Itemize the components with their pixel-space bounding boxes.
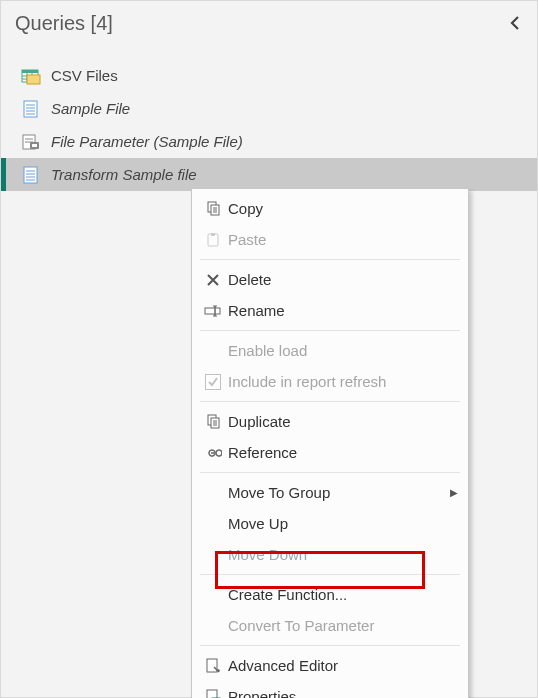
ctx-label: Enable load xyxy=(228,342,458,359)
selection-indicator xyxy=(1,158,6,191)
svg-rect-28 xyxy=(211,233,215,236)
svg-rect-17 xyxy=(24,167,37,183)
ctx-include-refresh: Include in report refresh xyxy=(192,366,468,397)
paste-icon xyxy=(198,232,228,248)
ctx-label: Properties... xyxy=(228,688,458,698)
sheet-icon xyxy=(21,166,41,184)
ctx-copy[interactable]: Copy xyxy=(192,193,468,224)
query-list: CSV Files Sample File xyxy=(1,59,537,191)
ctx-label: Move To Group xyxy=(228,484,448,501)
properties-icon xyxy=(198,689,228,699)
separator xyxy=(200,472,460,473)
ctx-paste: Paste xyxy=(192,224,468,255)
ctx-label: Copy xyxy=(228,200,458,217)
ctx-enable-load: Enable load xyxy=(192,335,468,366)
context-menu: Copy Paste Delete Rename Enable load xyxy=(191,188,469,698)
query-label: File Parameter (Sample File) xyxy=(51,133,243,150)
query-item-csv-files[interactable]: CSV Files xyxy=(1,59,537,92)
sheet-icon xyxy=(21,100,41,118)
svg-rect-6 xyxy=(27,75,40,84)
copy-icon xyxy=(198,201,228,217)
advanced-editor-icon xyxy=(198,658,228,674)
ctx-label: Paste xyxy=(228,231,458,248)
ctx-label: Create Function... xyxy=(228,586,458,603)
panel-header: Queries [4] xyxy=(1,1,537,45)
query-item-transform-sample[interactable]: Transform Sample file xyxy=(1,158,537,191)
ctx-advanced-editor[interactable]: Advanced Editor xyxy=(192,650,468,681)
query-label: Transform Sample file xyxy=(51,166,197,183)
svg-rect-39 xyxy=(207,659,217,672)
ctx-label: Reference xyxy=(228,444,458,461)
separator xyxy=(200,574,460,575)
ctx-move-up[interactable]: Move Up xyxy=(192,508,468,539)
query-label: Sample File xyxy=(51,100,130,117)
reference-icon xyxy=(198,446,228,460)
submenu-arrow-icon: ▶ xyxy=(448,487,458,498)
ctx-reference[interactable]: Reference xyxy=(192,437,468,468)
parameter-icon xyxy=(21,133,41,151)
ctx-label: Duplicate xyxy=(228,413,458,430)
ctx-rename[interactable]: Rename xyxy=(192,295,468,326)
separator xyxy=(200,645,460,646)
svg-rect-40 xyxy=(207,690,217,699)
ctx-label: Advanced Editor xyxy=(228,657,458,674)
delete-icon xyxy=(198,273,228,287)
ctx-convert-to-parameter: Convert To Parameter xyxy=(192,610,468,641)
ctx-move-down: Move Down xyxy=(192,539,468,570)
ctx-label: Include in report refresh xyxy=(228,373,458,390)
collapse-panel-icon[interactable] xyxy=(507,15,523,31)
ctx-duplicate[interactable]: Duplicate xyxy=(192,406,468,437)
queries-panel: Queries [4] CSV Files xyxy=(0,0,538,698)
ctx-create-function[interactable]: Create Function... xyxy=(192,579,468,610)
query-item-sample-file[interactable]: Sample File xyxy=(1,92,537,125)
svg-rect-16 xyxy=(32,144,37,147)
separator xyxy=(200,259,460,260)
duplicate-icon xyxy=(198,414,228,430)
svg-rect-29 xyxy=(205,308,220,314)
checkbox-checked-icon xyxy=(198,374,228,390)
folder-table-icon xyxy=(21,67,41,85)
separator xyxy=(200,401,460,402)
ctx-label: Delete xyxy=(228,271,458,288)
ctx-delete[interactable]: Delete xyxy=(192,264,468,295)
ctx-label: Move Down xyxy=(228,546,458,563)
ctx-properties[interactable]: Properties... xyxy=(192,681,468,698)
svg-rect-1 xyxy=(22,70,38,73)
query-label: CSV Files xyxy=(51,67,118,84)
ctx-label: Move Up xyxy=(228,515,458,532)
ctx-label: Convert To Parameter xyxy=(228,617,458,634)
ctx-label: Rename xyxy=(228,302,458,319)
query-item-file-parameter[interactable]: File Parameter (Sample File) xyxy=(1,125,537,158)
ctx-move-to-group[interactable]: Move To Group ▶ xyxy=(192,477,468,508)
svg-rect-7 xyxy=(24,101,37,117)
rename-icon xyxy=(198,304,228,318)
panel-title: Queries [4] xyxy=(15,12,507,35)
separator xyxy=(200,330,460,331)
